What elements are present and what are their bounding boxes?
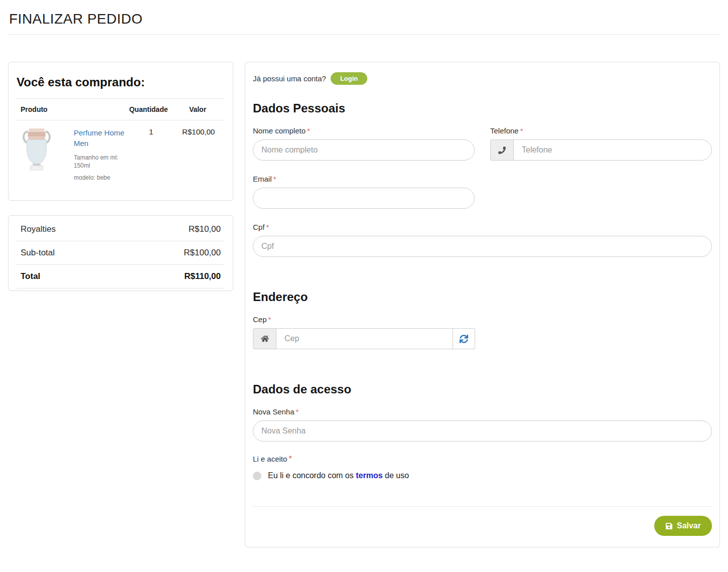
product-link[interactable]: Perfume Home Men <box>74 127 126 149</box>
title-divider <box>8 34 720 35</box>
summary-value: R$100,00 <box>184 248 221 258</box>
summary-label: Sub-total <box>21 248 55 258</box>
cart-heading: Você esta comprando: <box>17 75 225 89</box>
field-email: Email* <box>253 175 475 209</box>
checkout-page: FINALIZAR PEDIDO Você esta comprando: Pr… <box>0 0 728 555</box>
summary-label: Royalties <box>21 224 56 234</box>
terms-link[interactable]: termos <box>356 471 382 480</box>
cpf-label: Cpf* <box>253 223 712 231</box>
summary-row-total: Total R$110,00 <box>17 265 225 289</box>
terms-agreement-row: Eu li e concordo com os termos de uso <box>253 471 712 480</box>
section-title-access: Dados de acesso <box>253 382 712 396</box>
summary-label: Total <box>21 271 40 281</box>
nova-senha-label: Nova Senha* <box>253 407 712 416</box>
home-icon <box>253 328 276 349</box>
summary-row-royalties: Royalties R$10,00 <box>17 218 225 241</box>
form-footer: Salvar <box>253 516 712 536</box>
save-button[interactable]: Salvar <box>654 516 712 536</box>
cart-table-header: Produto Quantidade Valor <box>17 99 225 120</box>
perfume-bottle-image <box>21 127 54 182</box>
required-mark: * <box>520 126 523 135</box>
cart-item-row: Perfume Home Men Tamanho em ml: 150ml mo… <box>17 120 225 182</box>
order-column: Você esta comprando: Produto Quantidade … <box>8 62 233 291</box>
email-input[interactable] <box>253 188 475 209</box>
telefone-label: Telefone* <box>490 126 712 135</box>
product-quantity: 1 <box>126 127 176 182</box>
col-header-quantity: Quantidade <box>122 105 175 113</box>
field-nome: Nome completo* <box>253 126 475 161</box>
footer-divider <box>253 506 712 507</box>
required-mark: * <box>273 175 276 183</box>
terms-text: Eu li e concordo com os termos de uso <box>268 471 409 480</box>
phone-icon <box>490 139 513 161</box>
order-summary-panel: Royalties R$10,00 Sub-total R$100,00 Tot… <box>8 215 233 291</box>
field-cep: Cep* <box>253 315 475 349</box>
checkout-form-panel: Já possui uma conta? Login Dados Pessoai… <box>245 62 720 547</box>
main-layout: Você esta comprando: Produto Quantidade … <box>8 62 720 547</box>
terms-radio[interactable] <box>253 472 261 480</box>
section-title-personal: Dados Pessoais <box>253 101 712 115</box>
telefone-input[interactable] <box>513 139 712 161</box>
email-label: Email* <box>253 175 475 183</box>
product-model: modelo: bebe <box>74 174 120 182</box>
product-info: Perfume Home Men Tamanho em ml: 150ml mo… <box>74 127 126 182</box>
have-account-text: Já possui uma conta? <box>253 74 326 83</box>
save-button-label: Salvar <box>677 521 701 530</box>
cep-label: Cep* <box>253 315 475 324</box>
page-title: FINALIZAR PEDIDO <box>9 11 720 27</box>
product-value: R$100,00 <box>176 127 221 182</box>
col-header-product: Produto <box>21 105 122 113</box>
account-row: Já possui uma conta? Login <box>253 72 712 85</box>
cep-input[interactable] <box>276 328 453 349</box>
nova-senha-input[interactable] <box>253 420 712 442</box>
personal-form-grid: Nome completo* Telefone* Email* <box>253 126 712 257</box>
field-nova-senha: Nova Senha* <box>253 407 712 442</box>
nome-input[interactable] <box>253 139 475 161</box>
col-header-value: Valor <box>175 105 221 113</box>
summary-value: R$110,00 <box>184 271 221 281</box>
required-mark: * <box>288 455 292 463</box>
summary-row-subtotal: Sub-total R$100,00 <box>17 241 225 265</box>
required-mark: * <box>266 223 269 231</box>
telefone-input-group <box>490 139 712 161</box>
field-cpf: Cpf* <box>253 223 712 257</box>
product-cell: Perfume Home Men Tamanho em ml: 150ml mo… <box>21 127 126 182</box>
cep-input-group <box>253 328 475 349</box>
summary-value: R$10,00 <box>189 224 221 234</box>
required-mark: * <box>268 315 271 324</box>
cpf-input[interactable] <box>253 236 712 257</box>
save-icon <box>665 522 673 530</box>
login-button[interactable]: Login <box>331 72 367 85</box>
field-telefone: Telefone* <box>490 126 712 161</box>
required-mark: * <box>307 126 310 135</box>
required-mark: * <box>296 407 299 416</box>
cart-panel: Você esta comprando: Produto Quantidade … <box>8 62 233 201</box>
section-title-address: Endereço <box>253 290 712 304</box>
nome-label: Nome completo* <box>253 126 475 135</box>
product-size: Tamanho em ml: 150ml <box>74 154 120 170</box>
accept-label: Li e aceito* <box>253 455 712 464</box>
refresh-icon[interactable] <box>453 328 475 349</box>
